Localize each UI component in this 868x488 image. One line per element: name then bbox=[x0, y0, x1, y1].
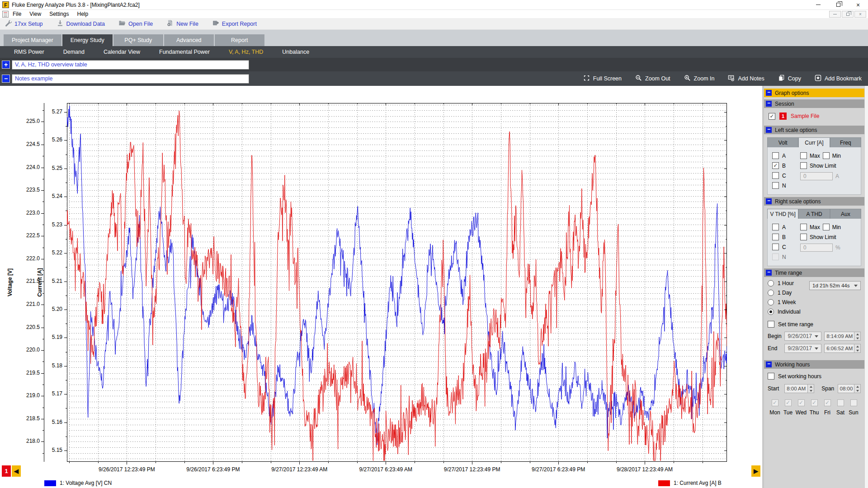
session-file-label[interactable]: Sample File bbox=[791, 113, 819, 119]
menu-settings[interactable]: Settings bbox=[45, 11, 73, 17]
thd-c-checkbox[interactable] bbox=[772, 244, 779, 250]
channel-a-checkbox[interactable] bbox=[772, 152, 779, 159]
channel-b-checkbox[interactable]: ✓ bbox=[772, 162, 779, 169]
copy-button[interactable]: Copy bbox=[778, 75, 801, 83]
chart-canvas[interactable] bbox=[67, 103, 727, 462]
tab-report[interactable]: Report bbox=[215, 34, 264, 46]
tab-pq-study[interactable]: PQ+ Study bbox=[113, 34, 163, 46]
left-scale-tab-curr[interactable]: Curr [A] bbox=[798, 137, 830, 147]
day-tue-checkbox[interactable]: ✓ bbox=[785, 399, 792, 406]
thd-show-limit-checkbox[interactable] bbox=[800, 234, 807, 240]
min-checkbox[interactable] bbox=[823, 152, 830, 159]
day-mon-checkbox[interactable]: ✓ bbox=[772, 399, 778, 406]
show-limit-checkbox[interactable] bbox=[800, 162, 807, 169]
session-header[interactable]: − Session bbox=[764, 99, 864, 108]
page-next-button[interactable]: ▶ bbox=[751, 465, 760, 477]
set-working-hours-checkbox[interactable] bbox=[768, 373, 774, 380]
thd-b-checkbox[interactable] bbox=[772, 234, 779, 240]
restore-button[interactable] bbox=[828, 0, 848, 10]
mdi-restore-button[interactable] bbox=[842, 11, 854, 18]
subtab-rms-power[interactable]: RMS Power bbox=[5, 46, 54, 58]
tab-project-manager[interactable]: Project Manager bbox=[4, 34, 61, 46]
spinner-down-icon[interactable] bbox=[854, 336, 860, 340]
radio-1-day[interactable] bbox=[768, 290, 774, 296]
setup-17xx-button[interactable]: 17xx Setup bbox=[5, 19, 43, 28]
mdi-minimize-button[interactable] bbox=[829, 11, 841, 18]
spinner-up-icon[interactable] bbox=[854, 344, 860, 348]
mdi-close-button[interactable]: × bbox=[854, 11, 866, 18]
left-scale-tab-freq[interactable]: Freq bbox=[830, 137, 861, 147]
channel-n-checkbox[interactable] bbox=[772, 182, 779, 189]
page-previous-button[interactable]: ◀ bbox=[12, 465, 21, 477]
spinner-up-icon[interactable] bbox=[808, 385, 814, 389]
add-bookmark-button[interactable]: Add Bookmark bbox=[815, 75, 862, 83]
left-scale-header[interactable]: − Left scale options bbox=[764, 126, 864, 134]
right-scale-tab-athd[interactable]: A THD bbox=[798, 209, 830, 219]
start-time-spinner[interactable]: 8:00 AM bbox=[784, 384, 814, 393]
overview-table-field[interactable]: V, A, Hz, THD overview table bbox=[12, 60, 249, 70]
thd-limit-value-input[interactable]: 0 bbox=[800, 244, 833, 252]
open-file-button[interactable]: Open File bbox=[118, 19, 153, 28]
channel-c-checkbox[interactable] bbox=[772, 172, 779, 179]
add-notes-button[interactable]: Add Notes bbox=[728, 75, 764, 83]
span-spinner[interactable]: 08:00 bbox=[838, 384, 861, 393]
right-scale-tab-aux[interactable]: Aux bbox=[830, 209, 861, 219]
zoom-out-button[interactable]: Zoom Out bbox=[635, 75, 670, 83]
thd-a-checkbox[interactable] bbox=[772, 224, 779, 230]
subtab-demand[interactable]: Demand bbox=[54, 46, 94, 58]
subtab-unbalance[interactable]: Unbalance bbox=[273, 46, 319, 58]
menu-file[interactable]: File bbox=[9, 11, 25, 17]
begin-date-dropdown[interactable]: 9/26/2017 bbox=[784, 332, 822, 341]
day-fri-checkbox[interactable]: ✓ bbox=[824, 399, 831, 406]
new-file-button[interactable]: New File bbox=[166, 19, 198, 28]
right-scale-tab-vthd[interactable]: V THD [%] bbox=[767, 209, 798, 219]
day-sun-checkbox[interactable] bbox=[850, 399, 857, 406]
collapse-icon[interactable]: − bbox=[766, 101, 772, 107]
day-sat-checkbox[interactable] bbox=[837, 399, 844, 406]
tab-advanced[interactable]: Advanced bbox=[164, 34, 214, 46]
left-scale-tab-volt[interactable]: Volt bbox=[767, 137, 798, 147]
collapse-icon[interactable]: − bbox=[766, 127, 772, 133]
day-wed-checkbox[interactable]: ✓ bbox=[798, 399, 805, 406]
notes-field[interactable]: Notes example bbox=[12, 74, 249, 84]
menu-view[interactable]: View bbox=[25, 11, 45, 17]
day-thu-checkbox[interactable]: ✓ bbox=[811, 399, 818, 406]
end-time-spinner[interactable]: 6:06:52 AM bbox=[824, 344, 861, 353]
subtab-calendar-view[interactable]: Calendar View bbox=[94, 46, 150, 58]
spinner-down-icon[interactable] bbox=[808, 389, 814, 393]
tab-energy-study[interactable]: Energy Study bbox=[62, 34, 113, 46]
collapse-notes-button[interactable]: − bbox=[2, 75, 10, 83]
spinner-down-icon[interactable] bbox=[854, 348, 860, 352]
set-time-range-checkbox[interactable] bbox=[768, 321, 774, 328]
time-range-header[interactable]: − Time range bbox=[764, 268, 864, 277]
zoom-in-button[interactable]: Zoom In bbox=[684, 75, 715, 83]
session-checkbox[interactable]: ✓ bbox=[769, 113, 775, 120]
thd-min-checkbox[interactable] bbox=[823, 224, 830, 230]
spinner-up-icon[interactable] bbox=[854, 332, 860, 336]
begin-time-spinner[interactable]: 8:14:09 AM bbox=[824, 332, 861, 341]
subtab-fundamental-power[interactable]: Fundamental Power bbox=[150, 46, 219, 58]
thd-max-checkbox[interactable] bbox=[800, 224, 807, 230]
spinner-up-icon[interactable] bbox=[854, 385, 860, 389]
collapse-icon[interactable]: − bbox=[766, 361, 772, 367]
menu-help[interactable]: Help bbox=[73, 11, 93, 17]
working-hours-header[interactable]: − Working hours bbox=[764, 360, 864, 369]
sidebar-scrollbar[interactable] bbox=[864, 86, 868, 488]
expand-overview-button[interactable]: + bbox=[2, 61, 10, 69]
graph-options-header[interactable]: − Graph options bbox=[764, 89, 864, 97]
collapse-icon[interactable]: − bbox=[766, 198, 772, 204]
collapse-icon[interactable]: − bbox=[766, 90, 772, 96]
download-data-button[interactable]: Download Data bbox=[57, 19, 105, 28]
right-scale-header[interactable]: − Right scale options bbox=[764, 197, 864, 206]
radio-individual[interactable] bbox=[768, 309, 774, 315]
end-date-dropdown[interactable]: 9/28/2017 bbox=[784, 344, 822, 353]
minimize-button[interactable] bbox=[808, 0, 828, 10]
full-screen-button[interactable]: Full Screen bbox=[583, 75, 622, 83]
radio-1-week[interactable] bbox=[768, 299, 774, 305]
close-button[interactable]: × bbox=[848, 0, 868, 10]
subtab-v-a-hz-thd[interactable]: V, A, Hz, THD bbox=[219, 46, 273, 58]
max-checkbox[interactable] bbox=[800, 152, 807, 159]
duration-dropdown[interactable]: 1d 21h 52m 44s bbox=[809, 281, 861, 290]
limit-value-input[interactable]: 0 bbox=[800, 172, 833, 180]
radio-1-hour[interactable] bbox=[768, 280, 774, 286]
